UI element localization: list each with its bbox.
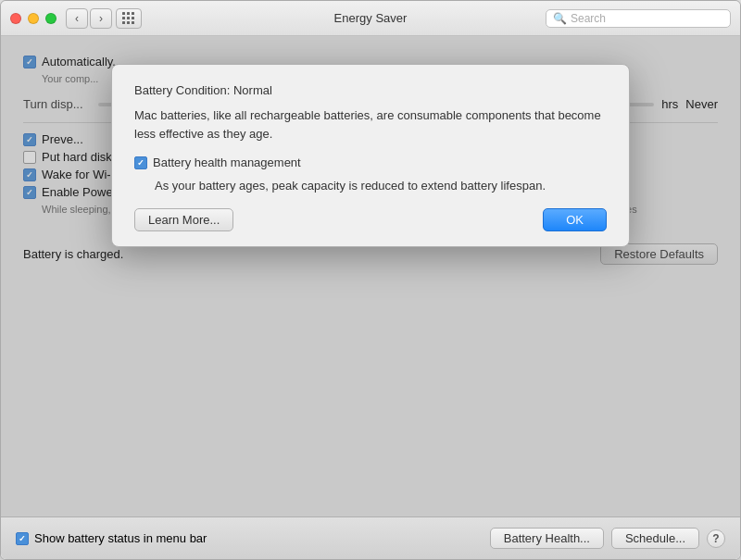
condition-label: Battery Condition: xyxy=(134,83,230,97)
help-button[interactable]: ? xyxy=(707,529,725,548)
health-mgmt-checkbox[interactable] xyxy=(134,156,147,169)
close-button[interactable] xyxy=(10,13,21,24)
schedule-button[interactable]: Schedule... xyxy=(611,528,699,549)
main-window: ‹ › Energy Saver 🔍 Automatic xyxy=(0,0,741,560)
battery-condition-row: Battery Condition: Normal xyxy=(134,83,607,97)
health-mgmt-row: Battery health management xyxy=(134,156,607,169)
search-icon: 🔍 xyxy=(553,12,567,25)
health-mgmt-desc: As your battery ages, peak capacity is r… xyxy=(155,177,607,195)
modal-description: Mac batteries, like all rechargeable bat… xyxy=(134,106,607,143)
battery-condition-modal: Battery Condition: Normal Mac batteries,… xyxy=(111,64,630,247)
content-area: Automatically... Your comp... Turn disp.… xyxy=(1,36,740,516)
show-battery-checkbox[interactable] xyxy=(16,532,29,545)
traffic-lights xyxy=(10,13,57,24)
forward-icon: › xyxy=(99,12,103,25)
show-battery-checkbox-label[interactable]: Show battery status in menu bar xyxy=(16,531,207,545)
window-title: Energy Saver xyxy=(334,11,408,25)
back-button[interactable]: ‹ xyxy=(66,8,88,29)
app-grid-button[interactable] xyxy=(116,8,142,29)
grid-icon xyxy=(122,12,135,25)
battery-health-button[interactable]: Battery Health... xyxy=(490,528,604,549)
search-bar[interactable]: 🔍 xyxy=(546,9,731,28)
bottom-buttons: Battery Health... Schedule... ? xyxy=(490,528,725,549)
minimize-button[interactable] xyxy=(28,13,39,24)
show-battery-label: Show battery status in menu bar xyxy=(34,531,207,545)
titlebar: ‹ › Energy Saver 🔍 xyxy=(1,1,740,36)
health-mgmt-label: Battery health management xyxy=(153,156,301,169)
ok-button[interactable]: OK xyxy=(543,208,607,231)
learn-more-button[interactable]: Learn More... xyxy=(134,208,233,231)
maximize-button[interactable] xyxy=(45,13,57,24)
bottombar: Show battery status in menu bar Battery … xyxy=(1,516,740,559)
search-input[interactable] xyxy=(571,12,723,25)
modal-buttons: Learn More... OK xyxy=(134,208,607,231)
show-battery-row: Show battery status in menu bar xyxy=(16,531,483,545)
nav-buttons: ‹ › xyxy=(66,8,112,29)
condition-value: Normal xyxy=(233,83,272,97)
modal-overlay: Battery Condition: Normal Mac batteries,… xyxy=(1,36,740,516)
forward-button[interactable]: › xyxy=(90,8,112,29)
back-icon: ‹ xyxy=(75,12,79,25)
